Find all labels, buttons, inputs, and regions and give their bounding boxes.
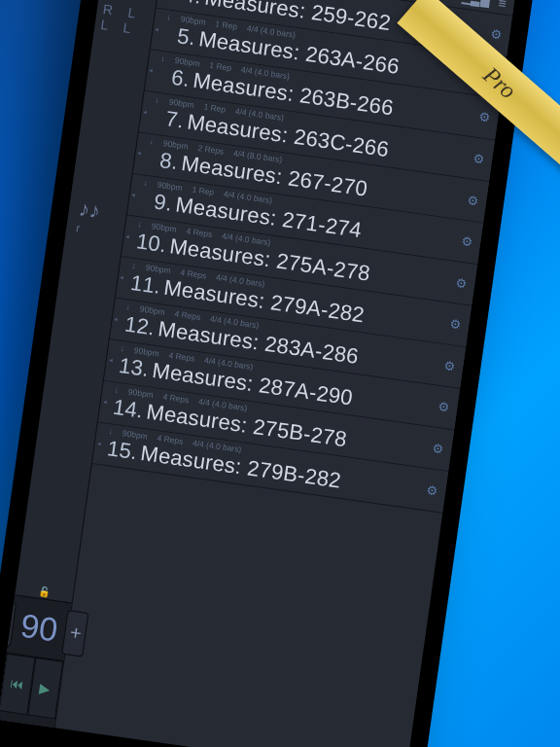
transport-row: ⏮ ▶ [0,654,63,720]
arrow-down-icon: ↓ [155,94,160,105]
flag-icon: 📚 [442,0,455,1]
item-number: 14. [108,394,144,423]
arrow-down-icon: ↓ [137,219,143,230]
music-notes-icon: ♪♪ [77,196,101,225]
drag-handle-icon[interactable]: ◂ [108,356,113,364]
tempo-value[interactable]: 90 [18,607,60,650]
gear-icon[interactable]: ⚙ [472,151,485,167]
drag-handle-icon[interactable]: ◂ [96,440,101,447]
drag-handle-icon[interactable]: ◂ [114,315,119,323]
item-number: 9. [137,187,173,216]
arrow-down-icon: ↓ [131,261,137,271]
stats-icon[interactable]: ▁▃▅ [461,0,492,8]
tempo-minus-button[interactable]: − [0,599,17,647]
gear-icon[interactable]: ⚙ [477,109,491,125]
gear-icon[interactable]: ⚙ [437,400,450,416]
drag-handle-icon[interactable]: ◂ [102,398,107,406]
gear-icon[interactable]: ⚙ [442,358,456,374]
tablet-frame: + ♪♪♪♪ R L L L ♪♪ r 🔓 − 90 + ⏮ ▶ [0,0,541,747]
item-number: 13. [114,353,150,382]
drag-handle-icon[interactable]: ◂ [125,232,130,240]
notation-preview-1: ♪♪♪♪ R L L L [100,0,160,39]
screen: + ♪♪♪♪ R L L L ♪♪ r 🔓 − 90 + ⏮ ▶ [0,0,519,747]
tempo-row: 🔓 − 90 + [7,595,72,661]
gear-icon[interactable]: ⚙ [425,482,438,499]
item-number: 11. [125,269,161,299]
drag-handle-icon[interactable]: ◂ [149,66,154,74]
item-number: 12. [120,311,156,340]
gear-icon[interactable]: ⚙ [454,275,468,292]
item-number: 7. [149,104,185,133]
gear-icon[interactable]: ⚙ [431,441,444,457]
gear-icon[interactable]: ⚙ [448,316,462,333]
pro-label: Pro [478,61,521,103]
item-number: 8. [143,146,179,175]
arrow-down-icon: ↓ [160,53,166,64]
drag-handle-icon[interactable]: ◂ [120,273,124,281]
arrow-down-icon: ↓ [114,385,120,396]
arrow-down-icon: ↓ [108,426,114,437]
gear-icon[interactable]: ⚙ [489,26,503,43]
notation-preview-2: ♪♪ r [75,196,101,238]
item-number: 6. [155,62,191,91]
drag-handle-icon[interactable]: ◂ [143,108,148,116]
drag-handle-icon[interactable]: ◂ [155,25,159,33]
arrow-down-icon: ↓ [143,178,149,189]
arrow-down-icon: ↓ [125,302,131,312]
gear-icon[interactable]: ⚙ [466,193,479,209]
item-number: 10. [131,229,167,258]
arrow-down-icon: ↓ [120,343,125,354]
gear-icon[interactable]: ⚙ [460,233,473,250]
drag-handle-icon[interactable]: ◂ [137,149,142,157]
item-number: 5. [160,21,196,51]
sticking-letters: R L L L [100,1,156,39]
menu-icon[interactable]: ≡ [498,0,508,11]
arrow-down-icon: ↓ [149,136,155,147]
drag-handle-icon[interactable]: ◂ [131,191,136,198]
arrow-down-icon: ↓ [166,12,172,22]
item-number: 15. [102,436,138,465]
lock-icon[interactable]: 🔓 [38,586,51,598]
item-number: 4. [166,0,202,10]
